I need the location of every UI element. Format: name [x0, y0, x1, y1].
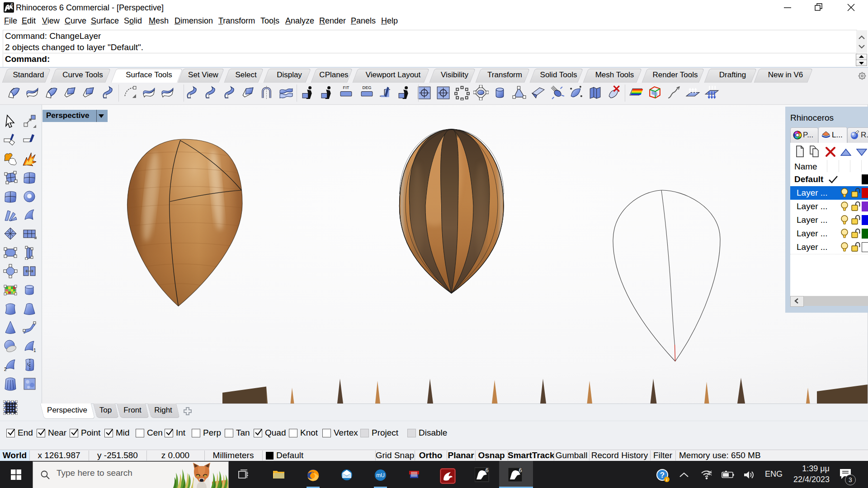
svg-text:mU: mU [376, 472, 385, 479]
svg-text:6: 6 [519, 467, 522, 474]
svg-text:?: ? [660, 471, 665, 479]
svg-text:6: 6 [10, 3, 13, 8]
svg-text:6: 6 [486, 467, 489, 474]
svg-text:i: i [666, 478, 668, 482]
